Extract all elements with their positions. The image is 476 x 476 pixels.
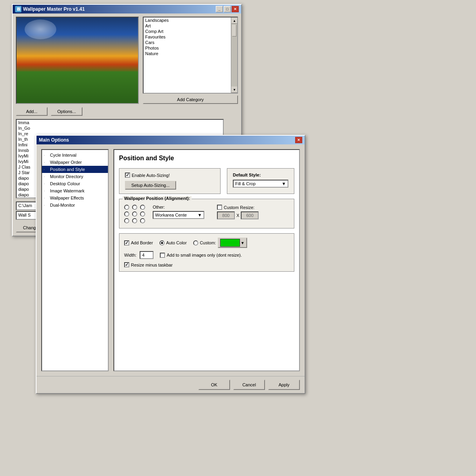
enable-auto-sizing-label: Enable Auto-Sizing! <box>132 173 170 178</box>
nav-cycle-interval[interactable]: Cycle Interval <box>42 152 108 159</box>
maximize-button[interactable]: □ <box>224 6 231 12</box>
radio-bot-center[interactable] <box>132 218 137 223</box>
nav-wallpaper-order[interactable]: Wallpaper Order <box>42 159 108 166</box>
category-scrollbar[interactable]: ▲ ▼ <box>231 17 237 93</box>
add-border-row: Add Border <box>124 240 153 246</box>
wallpaper-preview <box>16 17 139 104</box>
minimize-button[interactable]: _ <box>216 6 223 12</box>
category-favourites[interactable]: Favourites <box>144 34 237 40</box>
apply-button[interactable]: Apply <box>268 380 300 390</box>
preview-image <box>17 17 138 103</box>
enable-auto-sizing-row: Enable Auto-Sizing! <box>125 173 215 178</box>
category-comp-art[interactable]: Comp Art <box>144 29 237 34</box>
category-cars[interactable]: Cars <box>144 40 237 45</box>
width-label: Width: <box>124 253 136 257</box>
add-category-button[interactable]: Add Category <box>143 95 238 104</box>
enable-auto-sizing-checkbox[interactable] <box>125 173 130 178</box>
add-border-label: Add Border <box>131 240 153 245</box>
options-button[interactable]: Options... <box>51 107 83 116</box>
nav-desktop-colour[interactable]: Desktop Colour <box>42 180 108 187</box>
category-listbox[interactable]: Landscapes Art Comp Art Favourites Cars … <box>143 17 238 94</box>
wallpaper-position-section: Wallpaper Position (Alignment): <box>119 199 294 228</box>
ok-button[interactable]: OK <box>198 380 230 390</box>
file-item[interactable]: Imma <box>17 120 223 125</box>
nav-monitor-directory[interactable]: Monitor Directory <box>42 173 108 180</box>
radio-mid-center[interactable] <box>132 211 137 217</box>
custom-color-row: Custom: ▼ <box>193 238 247 248</box>
radio-bot-left[interactable] <box>124 218 129 223</box>
nav-tree: Cycle Interval Wallpaper Order Position … <box>41 149 109 371</box>
border-row2: Width: Add to small images only (dont re… <box>124 251 289 259</box>
auto-sizing-section: Enable Auto-Sizing! Setup Auto-Sizing... <box>119 168 221 194</box>
add-button[interactable]: Add... <box>16 107 48 116</box>
small-images-row: Add to small images only (dont resize). <box>160 253 242 258</box>
scroll-up-arrow[interactable]: ▲ <box>231 17 238 24</box>
color-swatch-button[interactable]: ▼ <box>218 238 247 248</box>
scroll-track[interactable] <box>231 24 237 86</box>
custom-color-label: Custom: <box>200 240 216 245</box>
wallpaper-position-label: Wallpaper Position (Alignment): <box>123 196 192 201</box>
setup-auto-sizing-button[interactable]: Setup Auto-Sizing... <box>125 181 176 190</box>
category-landscapes[interactable]: Landscapes <box>144 17 237 23</box>
small-images-checkbox[interactable] <box>160 253 165 258</box>
dialog-close-button[interactable]: ✕ <box>295 137 302 143</box>
custom-height-input[interactable] <box>241 211 259 219</box>
title-bar-left: 🖼 Wallpaper Master Pro v1.41 <box>15 6 85 12</box>
nav-image-watermark[interactable]: Image Watermark <box>42 187 108 194</box>
border-width-input[interactable] <box>140 251 154 259</box>
border-section: Add Border Auto Color Custom: ▼ <box>119 233 294 272</box>
category-nature[interactable]: Nature <box>144 51 237 56</box>
file-item[interactable]: In_Go <box>17 125 223 131</box>
auto-color-label: Auto Color <box>166 240 187 245</box>
border-row1: Add Border Auto Color Custom: ▼ <box>124 238 289 248</box>
title-bar-buttons: _ □ ✕ <box>216 6 239 12</box>
radio-top-left[interactable] <box>124 205 129 210</box>
category-photos[interactable]: Photos <box>144 45 237 51</box>
radio-top-right[interactable] <box>140 205 145 210</box>
custom-resize-group: Custom Resize: X <box>217 205 259 219</box>
x-label: X <box>236 213 239 218</box>
other-value: Workarea Cente <box>155 213 187 217</box>
scroll-down-arrow[interactable]: ▼ <box>231 86 238 93</box>
default-style-dropdown[interactable]: Fill & Crop ▼ <box>233 180 288 188</box>
main-title-bar: 🖼 Wallpaper Master Pro v1.41 _ □ ✕ <box>13 5 241 13</box>
custom-resize-label: Custom Resize: <box>224 205 255 210</box>
top-options-row: Enable Auto-Sizing! Setup Auto-Sizing...… <box>119 168 294 194</box>
color-dropdown-arrow-icon: ▼ <box>241 241 245 245</box>
app-title: Wallpaper Master Pro v1.41 <box>23 6 85 12</box>
nav-wallpaper-effects[interactable]: Wallpaper Effects <box>42 194 108 202</box>
other-dropdown[interactable]: Workarea Cente ▼ <box>153 211 204 219</box>
auto-color-row: Auto Color <box>159 240 187 246</box>
auto-color-radio[interactable] <box>159 240 165 246</box>
position-radio-grid <box>124 205 146 223</box>
dialog-window: Main Options ✕ Cycle Interval Wallpaper … <box>36 135 305 394</box>
radio-bot-right[interactable] <box>140 218 145 223</box>
category-art[interactable]: Art <box>144 23 237 29</box>
radio-top-center[interactable] <box>132 205 137 210</box>
custom-resize-check-row: Custom Resize: <box>217 205 259 210</box>
radio-mid-left[interactable] <box>124 211 129 217</box>
add-border-checkbox[interactable] <box>124 240 129 246</box>
resize-taskbar-label: Resize minus taskbar <box>131 263 173 267</box>
close-button[interactable]: ✕ <box>232 6 239 12</box>
cancel-button[interactable]: Cancel <box>233 380 265 390</box>
custom-resize-checkbox[interactable] <box>217 205 222 210</box>
dialog-title: Main Options <box>39 137 69 143</box>
category-list-box: Landscapes Art Comp Art Favourites Cars … <box>143 17 238 104</box>
default-style-value: Fill & Crop <box>235 181 255 186</box>
default-style-label: Default Style: <box>233 173 288 177</box>
nav-dual-monitor[interactable]: Dual-Monitor <box>42 202 108 209</box>
resize-taskbar-row: Resize minus taskbar <box>124 262 289 267</box>
scroll-thumb[interactable] <box>232 25 236 36</box>
nav-position-style[interactable]: Position and Style <box>42 166 108 173</box>
radio-mid-right[interactable] <box>140 211 145 217</box>
custom-color-radio[interactable] <box>193 240 198 246</box>
pos-content: Other: Workarea Cente ▼ Custom Resize: <box>124 203 289 223</box>
panel-title: Position and Style <box>119 155 294 162</box>
other-label: Other: <box>153 205 204 209</box>
resize-taskbar-checkbox[interactable] <box>124 262 129 267</box>
other-group: Other: Workarea Cente ▼ <box>153 205 204 219</box>
custom-width-input[interactable] <box>217 211 235 219</box>
app-icon: 🖼 <box>15 6 21 12</box>
dialog-title-bar: Main Options ✕ <box>36 136 305 144</box>
